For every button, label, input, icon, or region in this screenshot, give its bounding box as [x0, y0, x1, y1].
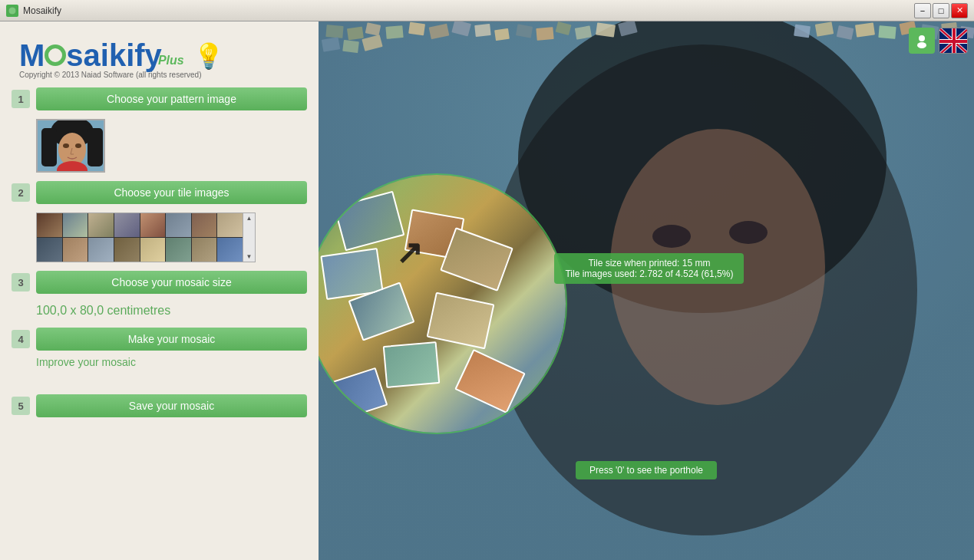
svg-point-8: [75, 143, 81, 148]
svg-rect-14: [385, 25, 403, 39]
tile-cell: [63, 213, 88, 237]
scattered-photo: [333, 191, 404, 252]
press-hint: Press '0' to see the porthole: [576, 461, 717, 479]
svg-point-25: [652, 225, 691, 248]
main-content: M saiki fy Plus 💡 Copyright © 2013 Naiad…: [0, 21, 974, 560]
step-4-row: 4 Make your mosaic: [12, 328, 307, 351]
logo-circle-o: [45, 44, 66, 66]
tile-cell: [217, 238, 243, 262]
step-3-row: 3 Choose your mosaic size: [12, 271, 307, 294]
copyright-text: Copyright © 2013 Naiad Software (all rig…: [12, 71, 307, 79]
tile-cell: [37, 213, 62, 237]
title-bar-left: Mosaikify: [6, 5, 61, 17]
pattern-image-thumbnail[interactable]: [36, 119, 105, 173]
svg-rect-37: [855, 22, 875, 37]
svg-rect-18: [474, 24, 490, 37]
scroll-down-arrow[interactable]: ▼: [246, 253, 253, 260]
scattered-photo: [454, 349, 525, 413]
svg-rect-4: [41, 128, 57, 166]
tile-cell: [166, 238, 191, 262]
porthole-overlay: ↙: [319, 173, 567, 434]
step-1-button[interactable]: Choose your pattern image: [36, 87, 307, 110]
step-4-number: 4: [12, 330, 30, 348]
step-3-number: 3: [12, 273, 30, 292]
svg-rect-29: [536, 27, 553, 41]
arrow-indicator: ↙: [396, 236, 423, 274]
svg-rect-38: [878, 25, 896, 39]
svg-point-44: [917, 42, 926, 48]
minimize-button[interactable]: −: [914, 3, 931, 18]
step-2-number: 2: [12, 183, 30, 202]
step-3-button[interactable]: Choose your mosaic size: [36, 271, 307, 294]
tile-cell: [88, 213, 114, 237]
svg-rect-15: [408, 22, 425, 36]
logo-plus: Plus: [158, 54, 184, 68]
bulb-icon: 💡: [193, 41, 224, 71]
tile-cell: [63, 238, 88, 262]
window-controls: − □ ✕: [914, 3, 968, 18]
svg-rect-12: [347, 27, 364, 41]
svg-point-26: [729, 221, 768, 244]
svg-rect-27: [494, 28, 510, 41]
svg-point-24: [610, 129, 825, 405]
tile-cell: [192, 238, 217, 262]
svg-rect-20: [342, 40, 359, 53]
right-panel: ↙ Tile size when printed: 15 mm Tile ima…: [319, 21, 974, 560]
svg-rect-11: [325, 25, 343, 38]
improve-mosaic-link[interactable]: Improve your mosaic: [36, 356, 307, 368]
step-2-button[interactable]: Choose your tile images: [36, 181, 307, 204]
tile-images-container: ▲ ▼: [36, 212, 307, 262]
logo-text-m: M: [19, 40, 45, 71]
step-1-row: 1 Choose your pattern image: [12, 87, 307, 110]
tile-cell: [114, 213, 140, 237]
language-flag-button[interactable]: [939, 28, 968, 54]
svg-point-7: [63, 143, 69, 148]
tile-image-grid: [36, 212, 243, 262]
scroll-up-arrow[interactable]: ▲: [246, 215, 253, 222]
logo-area: M saiki fy Plus 💡: [12, 29, 307, 71]
tile-cell: [140, 213, 166, 237]
close-button[interactable]: ✕: [951, 3, 968, 18]
mosaic-size-display: 100,0 x 80,0 centimetres: [36, 304, 307, 318]
logo-row: M saiki fy Plus 💡: [19, 35, 299, 71]
step-5-row: 5 Save your mosaic: [12, 394, 307, 417]
scattered-photo: [382, 341, 440, 388]
tile-cell: [88, 238, 114, 262]
top-right-icons: [909, 28, 968, 54]
tile-cell: [114, 238, 140, 262]
tile-scrollbar[interactable]: ▲ ▼: [243, 212, 256, 262]
title-bar: Mosaikify − □ ✕: [0, 0, 974, 21]
pattern-preview[interactable]: [36, 119, 307, 173]
portrait-svg: [38, 120, 105, 173]
uk-flag-icon: [939, 28, 968, 54]
tile-cell: [140, 238, 166, 262]
app-icon: [6, 5, 18, 17]
svg-rect-32: [596, 22, 616, 37]
porthole-inner: ↙: [319, 175, 566, 433]
step-5-number: 5: [12, 397, 30, 415]
step-1-number: 1: [12, 90, 30, 108]
scattered-photo: [426, 292, 494, 350]
person-icon: [914, 33, 929, 48]
tile-cell: [192, 213, 217, 237]
tile-cell: [37, 238, 62, 262]
svg-point-43: [919, 35, 925, 41]
left-panel: M saiki fy Plus 💡 Copyright © 2013 Naiad…: [0, 21, 319, 560]
scattered-photo: [325, 367, 388, 421]
svg-rect-34: [794, 25, 811, 38]
step-4-button[interactable]: Make your mosaic: [36, 328, 307, 351]
tile-cell: [166, 213, 191, 237]
svg-point-0: [8, 7, 16, 15]
maximize-button[interactable]: □: [933, 3, 949, 18]
tile-cell: [217, 213, 243, 237]
user-icon-button[interactable]: [909, 28, 935, 54]
svg-rect-5: [87, 128, 103, 166]
window-title: Mosaikify: [23, 5, 61, 16]
logo-text-saiki: saiki: [66, 40, 134, 71]
step-2-row: 2 Choose your tile images: [12, 181, 307, 204]
step-5-button[interactable]: Save your mosaic: [36, 394, 307, 417]
